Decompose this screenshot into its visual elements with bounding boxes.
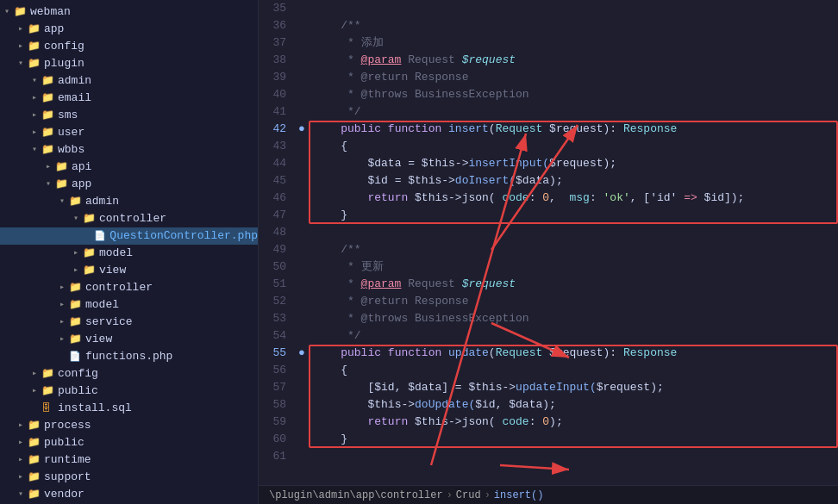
line-content: { <box>310 362 838 379</box>
tree-item-functions[interactable]: 📄functions.php <box>0 348 258 365</box>
tree-arrow: ▸ <box>69 245 83 262</box>
folder-icon: 📁 <box>28 21 41 38</box>
code-editor: 35 36 /** 37 * 添加 38 * @param Request $r… <box>259 0 838 504</box>
folder-icon: 📁 <box>41 107 55 124</box>
line-content: } <box>310 431 838 448</box>
code-line-49: 49 /** <box>259 241 838 258</box>
tree-item-support[interactable]: ▸📁support <box>0 469 258 486</box>
breadcrumb-class: Crud <box>456 489 481 501</box>
line-number: 54 <box>259 327 293 345</box>
code-line-59: 59 return $this->json( code: 0); <box>259 414 838 431</box>
sql-icon: 🗄 <box>41 400 55 417</box>
tree-item-wbbs[interactable]: ▾📁wbbs <box>0 141 258 159</box>
code-line-43: 43 { <box>259 138 838 155</box>
code-line-39: 39 * @return Response <box>259 69 838 86</box>
code-content: 35 36 /** 37 * 添加 38 * @param Request $r… <box>259 0 838 485</box>
tree-item-view[interactable]: ▸📁view <box>0 262 258 279</box>
line-marker <box>293 396 310 414</box>
tree-item-model[interactable]: ▸📁model <box>0 245 258 262</box>
code-line-48: 48 <box>259 224 838 241</box>
line-number: 56 <box>259 362 293 379</box>
line-content: public function insert(Request $request)… <box>310 121 838 138</box>
file-tree[interactable]: ▾📁webman▸📁app▸📁config▾📁plugin▾📁admin▸📁em… <box>0 0 259 504</box>
folder-icon: 📁 <box>28 486 41 503</box>
tree-item-webman[interactable]: ▾📁webman <box>0 3 258 21</box>
line-marker: ● <box>293 121 310 138</box>
code-line-56: 56 { <box>259 362 838 379</box>
tree-item-process[interactable]: ▸📁process <box>0 417 258 434</box>
line-number: 57 <box>259 379 293 396</box>
tree-arrow: ▸ <box>41 159 55 176</box>
tree-item-plugin[interactable]: ▾📁plugin <box>0 55 258 72</box>
tree-label: app <box>72 176 91 193</box>
code-line-40: 40 * @throws BusinessException <box>259 86 838 103</box>
tree-item-user[interactable]: ▸📁user <box>0 124 258 141</box>
tree-item-app[interactable]: ▸📁app <box>0 21 258 38</box>
line-number: 46 <box>259 190 293 207</box>
line-content: $this->doUpdate($id, $data); <box>310 396 838 414</box>
code-line-57: 57 [$id, $data] = $this->updateInput($re… <box>259 379 838 396</box>
tree-arrow: ▸ <box>28 365 41 383</box>
tree-arrow: ▸ <box>14 38 28 55</box>
line-marker <box>293 258 310 276</box>
tree-item-public[interactable]: ▸📁public <box>0 383 258 400</box>
line-content: * @param Request $request <box>310 52 838 69</box>
folder-icon: 📁 <box>14 3 28 21</box>
line-marker <box>293 276 310 293</box>
tree-item-controller2[interactable]: ▸📁controller <box>0 279 258 296</box>
tree-item-config[interactable]: ▸📁config <box>0 38 258 55</box>
code-line-61: 61 <box>259 448 838 465</box>
line-number: 49 <box>259 241 293 258</box>
tree-item-QuestionController[interactable]: 📄QuestionController.php <box>0 227 258 245</box>
tree-label: vendor <box>44 486 84 503</box>
tree-item-email[interactable]: ▸📁email <box>0 90 258 107</box>
code-line-58: 58 $this->doUpdate($id, $data); <box>259 396 838 414</box>
tree-label: api <box>72 159 91 176</box>
line-content: return $this->json( code: 0); <box>310 414 838 431</box>
line-number: 53 <box>259 310 293 327</box>
folder-icon: 📁 <box>28 38 41 55</box>
tree-item-vendor[interactable]: ▾📁vendor <box>0 486 258 503</box>
line-number: 42 <box>259 121 293 138</box>
tree-label: controller <box>99 210 166 227</box>
status-bar: \plugin\admin\app\controller › Crud › in… <box>259 485 838 504</box>
tree-item-api[interactable]: ▸📁api <box>0 159 258 176</box>
code-line-36: 36 /** <box>259 17 838 34</box>
line-number: 48 <box>259 224 293 241</box>
tree-item-config2[interactable]: ▸📁config <box>0 365 258 383</box>
line-marker <box>293 327 310 345</box>
tree-item-view2[interactable]: ▸📁view <box>0 331 258 348</box>
line-number: 39 <box>259 69 293 86</box>
tree-arrow: ▾ <box>28 72 41 90</box>
tree-label: config <box>44 38 84 55</box>
tree-arrow: ▾ <box>14 55 28 72</box>
line-content: } <box>310 207 838 224</box>
tree-item-install[interactable]: 🗄install.sql <box>0 400 258 417</box>
tree-arrow: ▸ <box>14 469 28 486</box>
tree-arrow: ▸ <box>55 331 69 348</box>
tree-item-service[interactable]: ▸📁service <box>0 314 258 331</box>
tree-label: wbbs <box>58 141 84 159</box>
tree-item-admin2[interactable]: ▾📁admin <box>0 193 258 210</box>
code-line-51: 51 * @param Request $request <box>259 276 838 293</box>
code-line-54: 54 */ <box>259 327 838 345</box>
line-number: 47 <box>259 207 293 224</box>
tree-arrow: ▾ <box>14 486 28 503</box>
line-content: { <box>310 138 838 155</box>
line-marker <box>293 103 310 121</box>
tree-item-model2[interactable]: ▸📁model <box>0 296 258 314</box>
line-content: [$id, $data] = $this->updateInput($reque… <box>310 379 838 396</box>
tree-item-app2[interactable]: ▾📁app <box>0 176 258 193</box>
tree-item-public2[interactable]: ▸📁public <box>0 434 258 451</box>
folder-icon: 📁 <box>69 314 83 331</box>
tree-label: install.sql <box>58 400 132 417</box>
tree-item-controller[interactable]: ▾📁controller <box>0 210 258 227</box>
tree-item-sms[interactable]: ▸📁sms <box>0 107 258 124</box>
tree-label: support <box>44 469 91 486</box>
tree-item-runtime[interactable]: ▸📁runtime <box>0 451 258 469</box>
tree-arrow: ▸ <box>14 21 28 38</box>
php-icon: 📄 <box>69 348 83 365</box>
line-marker <box>293 293 310 310</box>
tree-item-admin[interactable]: ▾📁admin <box>0 72 258 90</box>
tree-label: service <box>85 314 133 331</box>
